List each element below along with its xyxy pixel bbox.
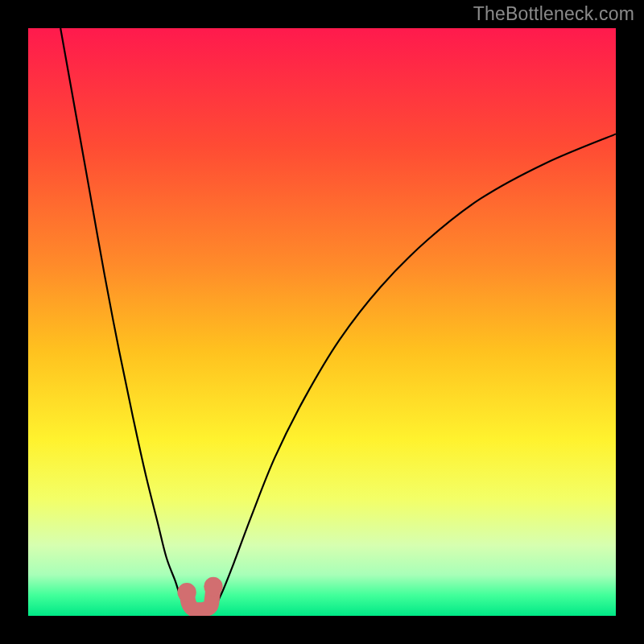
bracket-end-marker [204, 577, 222, 596]
right-branch-curve [213, 134, 616, 609]
plot-area [28, 28, 616, 616]
outer-frame: TheBottleneck.com [0, 0, 644, 644]
watermark-text: TheBottleneck.com [473, 3, 634, 25]
left-branch-curve [60, 28, 187, 610]
curves-layer [28, 28, 616, 616]
bracket-end-marker [177, 583, 196, 601]
